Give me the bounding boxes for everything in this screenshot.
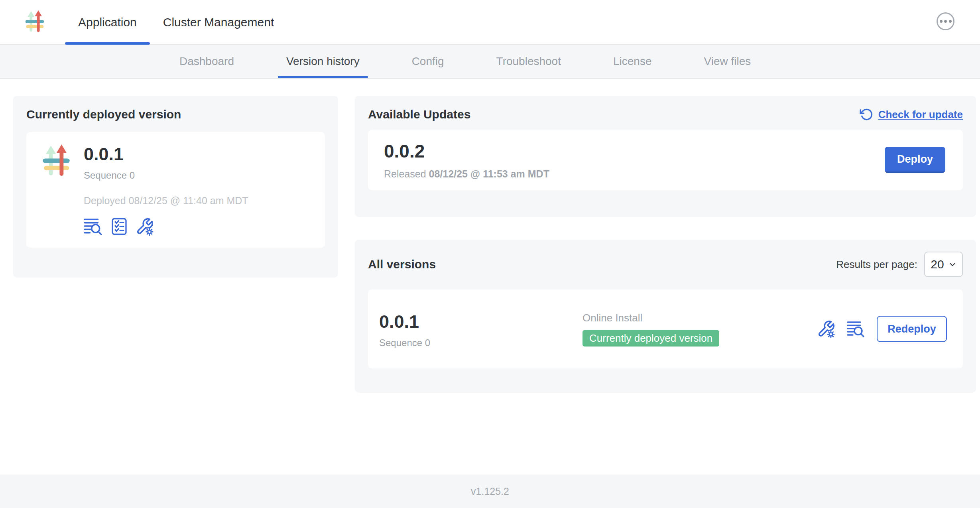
- tab-config[interactable]: Config: [412, 45, 444, 78]
- top-nav: Application Cluster Management: [0, 0, 980, 45]
- deployed-timestamp: Deployed 08/12/25 @ 11:40 am MDT: [84, 195, 248, 207]
- top-nav-tabs: Application Cluster Management: [65, 0, 287, 44]
- results-per-page-select[interactable]: 20: [924, 252, 963, 277]
- version-row: 0.0.1 Sequence 0 Online Install Currentl…: [368, 289, 963, 368]
- results-per-page-label: Results per page:: [836, 258, 917, 271]
- tab-dashboard[interactable]: Dashboard: [179, 45, 234, 78]
- edit-config-icon[interactable]: [136, 217, 154, 236]
- tab-application[interactable]: Application: [65, 0, 150, 44]
- console-footer: v1.125.2: [0, 475, 980, 508]
- row-actions: Redeploy: [817, 316, 947, 342]
- tab-cluster-management[interactable]: Cluster Management: [150, 0, 287, 44]
- tab-troubleshoot[interactable]: Troubleshoot: [496, 45, 561, 78]
- install-type-label: Online Install: [582, 312, 817, 324]
- check-for-update-link[interactable]: Check for update: [860, 108, 963, 121]
- available-updates-title: Available Updates: [368, 108, 470, 121]
- currently-deployed-card: Currently deployed version 0.0.1 Sequenc…: [13, 96, 338, 278]
- available-updates-card: Available Updates Check for update 0.0.2…: [355, 96, 976, 217]
- ellipsis-menu-icon[interactable]: [937, 12, 954, 30]
- refresh-icon: [860, 108, 873, 121]
- console-version: v1.125.2: [471, 486, 509, 497]
- preflight-checks-icon[interactable]: [111, 217, 127, 236]
- app-sub-nav: Dashboard Version history Config Trouble…: [0, 45, 980, 79]
- currently-deployed-title: Currently deployed version: [26, 108, 325, 121]
- all-versions-title: All versions: [368, 258, 436, 271]
- tab-license[interactable]: License: [613, 45, 652, 78]
- currently-deployed-badge: Currently deployed version: [582, 330, 719, 347]
- release-notes-icon[interactable]: [84, 218, 103, 235]
- update-released-timestamp: Released 08/12/25 @ 11:53 am MDT: [384, 168, 549, 180]
- app-logo-icon: [22, 9, 47, 37]
- all-versions-card: All versions Results per page: 20 0.0.1 …: [355, 240, 976, 393]
- deployed-sequence: Sequence 0: [84, 170, 248, 181]
- check-for-update-label: Check for update: [878, 108, 963, 121]
- chevron-down-icon: [949, 260, 956, 268]
- redeploy-button[interactable]: Redeploy: [877, 316, 947, 342]
- deployed-version-actions: [84, 217, 248, 236]
- release-notes-icon[interactable]: [847, 321, 865, 337]
- edit-config-icon[interactable]: [817, 320, 835, 338]
- currently-deployed-detail: 0.0.1 Sequence 0 Deployed 08/12/25 @ 11:…: [26, 132, 325, 248]
- version-history-page: Currently deployed version 0.0.1 Sequenc…: [0, 79, 980, 475]
- tab-version-history[interactable]: Version history: [286, 45, 360, 78]
- tab-view-files[interactable]: View files: [704, 45, 751, 78]
- deployed-version-number: 0.0.1: [84, 144, 248, 165]
- update-row: 0.0.2 Released 08/12/25 @ 11:53 am MDT D…: [368, 130, 963, 190]
- app-logo-icon: [38, 142, 74, 236]
- deploy-button[interactable]: Deploy: [885, 147, 945, 173]
- update-version-number: 0.0.2: [384, 140, 549, 162]
- row-sequence: Sequence 0: [379, 337, 582, 349]
- row-version-number: 0.0.1: [379, 311, 582, 332]
